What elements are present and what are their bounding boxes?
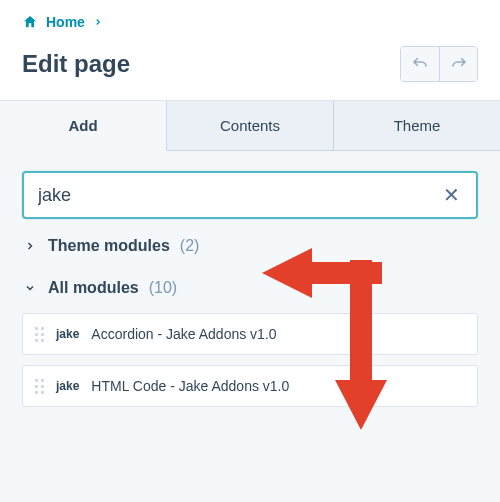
tabs: Add Contents Theme <box>0 101 500 151</box>
chevron-right-icon <box>93 17 103 27</box>
chevron-right-icon <box>24 240 38 252</box>
section-count: (10) <box>149 279 177 297</box>
panel-body: ✕ Theme modules (2) All modules (10) jak… <box>0 151 500 427</box>
drag-handle-icon[interactable] <box>35 327 44 342</box>
tab-add[interactable]: Add <box>0 101 167 151</box>
home-icon <box>22 14 38 30</box>
page-title: Edit page <box>22 50 130 78</box>
title-row: Edit page <box>0 36 500 100</box>
module-item[interactable]: jake Accordion - Jake Addons v1.0 <box>22 313 478 355</box>
tab-contents[interactable]: Contents <box>167 101 334 151</box>
chevron-down-icon <box>24 282 38 294</box>
section-theme-modules[interactable]: Theme modules (2) <box>22 219 478 261</box>
drag-handle-icon[interactable] <box>35 379 44 394</box>
module-badge: jake <box>56 327 79 341</box>
history-buttons <box>400 46 478 82</box>
section-count: (2) <box>180 237 200 255</box>
undo-icon <box>411 55 429 73</box>
redo-icon <box>450 55 468 73</box>
search-input[interactable] <box>38 185 441 206</box>
breadcrumb: Home <box>0 0 500 36</box>
tab-theme[interactable]: Theme <box>334 101 500 151</box>
module-name: Accordion - Jake Addons v1.0 <box>91 326 276 342</box>
breadcrumb-home[interactable]: Home <box>46 14 85 30</box>
section-label: All modules <box>48 279 139 297</box>
redo-button[interactable] <box>439 47 477 81</box>
section-label: Theme modules <box>48 237 170 255</box>
section-all-modules[interactable]: All modules (10) <box>22 261 478 303</box>
search-wrap: ✕ <box>22 171 478 219</box>
panel: Add Contents Theme ✕ Theme modules (2) A… <box>0 100 500 502</box>
module-item[interactable]: jake HTML Code - Jake Addons v1.0 <box>22 365 478 407</box>
module-badge: jake <box>56 379 79 393</box>
module-name: HTML Code - Jake Addons v1.0 <box>91 378 289 394</box>
clear-icon[interactable]: ✕ <box>441 183 462 207</box>
module-list: jake Accordion - Jake Addons v1.0 jake H… <box>22 313 478 407</box>
undo-button[interactable] <box>401 47 439 81</box>
